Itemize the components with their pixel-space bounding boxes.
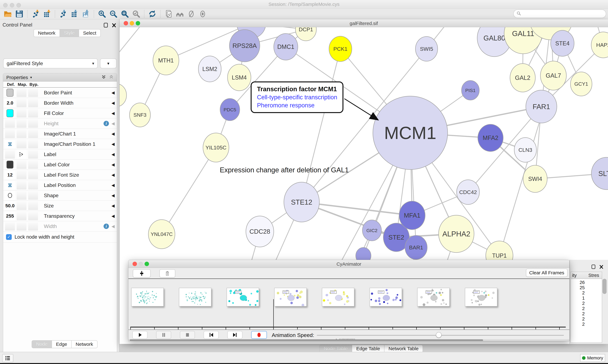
timeline-scrollbar-thumb[interactable] — [130, 339, 483, 341]
property-map-cell[interactable] — [17, 99, 27, 107]
frame-thumbnail-1[interactable] — [179, 288, 211, 306]
play-button[interactable] — [132, 331, 147, 339]
network-node-pck1[interactable]: PCK1 — [329, 36, 352, 62]
network-node-bar1[interactable]: BAR1 — [405, 235, 427, 260]
collapse-arrow-icon[interactable]: ◀ — [111, 162, 115, 167]
import-table-icon[interactable] — [42, 9, 52, 18]
network-node-lsm2[interactable]: LSM2 — [198, 56, 221, 82]
export-table-icon[interactable] — [70, 9, 79, 18]
property-def-cell[interactable]: 2.0 — [5, 99, 15, 107]
network-node-gic2[interactable]: GIC2 — [362, 220, 381, 241]
property-byp-cell[interactable] — [28, 160, 38, 169]
clear-all-frames-button[interactable]: Clear All Frames — [526, 269, 567, 277]
property-def-cell[interactable] — [5, 140, 15, 148]
table-cell[interactable]: 26 — [571, 280, 585, 285]
property-row-fill-color[interactable]: Fill Color◀ — [3, 108, 117, 118]
network-node-ynl047c[interactable]: YNL047C — [148, 220, 175, 249]
property-def-cell[interactable] — [5, 160, 15, 169]
network-node-dmc1[interactable]: DMC1 — [274, 34, 298, 60]
property-byp-cell[interactable] — [28, 88, 38, 97]
property-byp-cell[interactable] — [28, 181, 38, 189]
property-def-cell[interactable] — [5, 130, 15, 138]
frame-thumbnail-6[interactable] — [417, 288, 450, 306]
property-byp-cell[interactable] — [28, 222, 38, 231]
property-row-size[interactable]: 50.0Size◀ — [3, 201, 117, 211]
add-frame-button[interactable] — [133, 269, 151, 277]
property-map-cell[interactable] — [17, 201, 27, 210]
tab-node-table[interactable]: Node Table — [319, 345, 352, 353]
tab-edge[interactable]: Edge — [52, 340, 71, 348]
table-cell[interactable]: 2 — [571, 306, 585, 311]
stop-button[interactable] — [180, 331, 195, 339]
collapse-arrow-icon[interactable]: ◀ — [111, 172, 115, 177]
property-map-cell[interactable] — [17, 88, 27, 97]
network-node-mfa2[interactable]: MFA2 — [478, 124, 503, 152]
property-row-image-chart-position-1[interactable]: Image/Chart Position 1◀ — [3, 139, 117, 149]
node-table-partial[interactable]: ity Stres 26252122222 — [570, 272, 602, 343]
tab-select[interactable]: Select — [79, 29, 101, 37]
network-node-pdc5[interactable]: PDC5 — [220, 99, 240, 121]
network-node-gcy1[interactable]: GCY1 — [570, 72, 592, 96]
network-node-swi4[interactable]: SWI4 — [523, 165, 547, 193]
collapse-arrow-icon[interactable]: ◀ — [111, 152, 115, 157]
network-node-lsm4[interactable]: LSM4 — [228, 64, 251, 91]
property-row-border-paint[interactable]: Border Paint◀ — [3, 88, 117, 98]
save-session-icon[interactable] — [15, 9, 24, 18]
annotation-box[interactable]: Transcription factor MCM1 Cell-type-spec… — [251, 81, 344, 113]
property-row-label-font-size[interactable]: 12Label Font Size◀ — [3, 170, 117, 180]
table-cell[interactable]: 2 — [571, 311, 585, 316]
close-panel-icon[interactable] — [599, 264, 604, 270]
network-node-far1[interactable]: FAR1 — [526, 90, 557, 123]
property-row-label-position[interactable]: Label Position◀ — [3, 180, 117, 190]
text-annotation[interactable]: Expression change after deletion of GAL1 — [220, 166, 349, 174]
collapse-arrow-icon[interactable]: ◀ — [111, 142, 115, 147]
info-icon[interactable]: i — [104, 121, 109, 126]
close-panel-icon[interactable] — [112, 23, 116, 28]
lock-node-size-checkbox[interactable]: ✓ — [6, 234, 12, 240]
network-node-gal2[interactable]: GAL2 — [510, 64, 535, 92]
frame-thumbnail-5[interactable] — [370, 288, 402, 306]
search-input[interactable] — [513, 10, 606, 18]
property-map-cell[interactable] — [17, 109, 27, 117]
collapse-arrow-icon[interactable]: ◀ — [111, 214, 115, 219]
property-map-cell[interactable] — [17, 140, 27, 148]
collapse-arrow-icon[interactable]: ◀ — [111, 183, 115, 188]
collapse-arrow-icon[interactable]: ◀ — [111, 203, 115, 208]
property-map-cell[interactable] — [17, 160, 27, 169]
pause-button[interactable] — [156, 331, 171, 339]
network-node-cdc28[interactable]: CDC28 — [246, 216, 274, 247]
memory-button[interactable]: Memory — [580, 354, 605, 362]
expand-all-icon[interactable] — [101, 74, 106, 81]
collapse-arrow-icon[interactable]: ◀ — [111, 101, 115, 105]
property-byp-cell[interactable] — [28, 109, 38, 117]
record-button[interactable] — [251, 331, 267, 339]
property-row-label-color[interactable]: Label Color◀ — [3, 159, 117, 170]
property-byp-cell[interactable] — [28, 99, 38, 107]
property-byp-cell[interactable] — [28, 191, 38, 200]
network-node-dcp1[interactable]: DCP1 — [295, 27, 316, 41]
property-def-cell[interactable] — [5, 191, 15, 200]
property-byp-cell[interactable] — [28, 171, 38, 179]
table-cell[interactable]: 2 — [571, 322, 585, 327]
property-def-cell[interactable] — [5, 88, 15, 97]
network-edge[interactable] — [162, 147, 216, 234]
tab-network-table[interactable]: Network Table — [385, 345, 423, 353]
network-node-gal7[interactable]: GAL7 — [540, 61, 566, 90]
collapse-arrow-icon[interactable]: ◀ — [111, 224, 115, 229]
delete-frame-button[interactable] — [159, 269, 175, 277]
skip-end-button[interactable] — [227, 331, 242, 339]
network-node-mcm1[interactable]: MCM1 — [373, 96, 448, 169]
network-node-mth1[interactable]: MTH1 — [153, 46, 179, 75]
property-row-label[interactable]: Label◀ — [3, 149, 117, 159]
property-map-cell[interactable] — [17, 191, 27, 200]
network-node-cln3[interactable]: CLN3 — [514, 138, 537, 162]
property-def-cell[interactable] — [5, 150, 15, 159]
property-row-image-chart-1[interactable]: Image/Chart 1◀ — [3, 129, 117, 139]
hide-graphics-details-icon[interactable] — [187, 9, 196, 18]
property-row-width[interactable]: Widthi◀ — [3, 221, 117, 232]
property-row-shape[interactable]: Shape◀ — [3, 190, 117, 201]
zoom-selected-icon[interactable] — [132, 9, 141, 18]
property-map-cell[interactable] — [17, 212, 27, 220]
property-def-cell[interactable] — [5, 222, 15, 231]
network-node-ste12[interactable]: STE12 — [284, 182, 319, 222]
